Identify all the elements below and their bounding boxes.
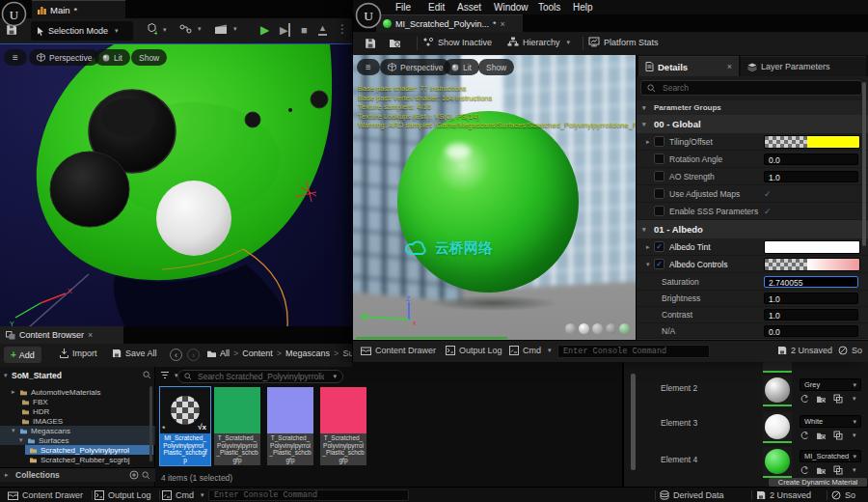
console-command-input[interactable]: [557, 345, 710, 358]
albedo-controls-swatch[interactable]: [764, 258, 860, 271]
tab-content-browser[interactable]: Content Browser ×: [0, 326, 123, 344]
tab-mi-scratched[interactable]: MI_Scratched_Polyvin... * ×: [376, 14, 523, 32]
row-albedo-tint[interactable]: ▸ ✓ Albedo Tint: [637, 238, 868, 256]
row-brightness[interactable]: Brightness 1.0: [637, 291, 868, 307]
chevron-down-icon[interactable]: ▾: [853, 466, 856, 474]
content-drawer-button[interactable]: Content Drawer: [361, 346, 436, 355]
add-actor-button[interactable]: + ▾: [145, 23, 167, 36]
row-tiling-offset[interactable]: ▸ Tiling/Offset: [637, 133, 868, 151]
browse-to-asset-icon[interactable]: [816, 395, 827, 404]
material-thumbnail-partial[interactable]: [763, 362, 792, 371]
filter-button[interactable]: ▾: [160, 371, 178, 379]
asset-search-input[interactable]: [196, 371, 326, 382]
output-log-button[interactable]: Output Log: [95, 490, 151, 500]
unreal-logo-icon[interactable]: U: [1, 1, 27, 27]
saturation-input[interactable]: 2.740055: [764, 276, 858, 288]
parameter-checkbox[interactable]: [654, 153, 665, 164]
stop-icon[interactable]: ■: [301, 23, 308, 37]
close-icon[interactable]: ×: [501, 19, 505, 29]
tab-main[interactable]: Main *: [32, 0, 125, 18]
tree-item-images[interactable]: IMAGES: [21, 416, 63, 426]
eject-icon[interactable]: ▲: [318, 22, 327, 36]
row-na[interactable]: N/A 0.0: [637, 323, 868, 339]
breadcrumb-content[interactable]: Content: [242, 349, 273, 358]
use-selected-icon[interactable]: [800, 394, 809, 404]
use-selected-icon[interactable]: [800, 431, 809, 440]
show-button[interactable]: Show: [478, 59, 514, 75]
lit-button[interactable]: Lit: [95, 49, 130, 66]
details-scrollbar[interactable]: [862, 82, 866, 246]
parameter-checkbox[interactable]: [654, 171, 665, 181]
na-input[interactable]: 0.0: [764, 325, 858, 337]
close-icon[interactable]: ×: [88, 330, 93, 340]
asset-search-bar[interactable]: ▾: [177, 370, 343, 383]
breadcrumb-all[interactable]: All: [220, 349, 230, 358]
tree-item-scratched-polyvinylpyrrol[interactable]: Scratched_Polyvinylpyrrol: [25, 445, 153, 455]
cmd-dropdown[interactable]: Cmd ▾: [509, 346, 552, 355]
asset-tile-texture-green[interactable]: T_Scratched_Polyvinylpyrrol_Plastic_schc…: [214, 387, 260, 465]
menu-tools[interactable]: Tools: [538, 2, 560, 13]
platform-stats-button[interactable]: Platform Stats: [588, 37, 659, 47]
row-rotation-angle[interactable]: Rotation Angle 0.0: [637, 151, 868, 168]
breadcrumb-megascans[interactable]: Megascans: [285, 349, 330, 358]
browse-to-asset-icon[interactable]: [389, 38, 401, 48]
tree-scrollbar[interactable]: [149, 386, 152, 461]
tree-item-automotivematerials[interactable]: ▸ AutomotiveMaterials: [12, 387, 100, 397]
source-control-button[interactable]: So: [838, 346, 862, 355]
menu-help[interactable]: Help: [573, 2, 593, 13]
element-2-material-dropdown[interactable]: Grey ▾: [800, 378, 861, 391]
contrast-input[interactable]: 1.0: [764, 309, 858, 321]
tree-item-surfaces[interactable]: ▾ Surfaces: [0, 435, 155, 445]
search-icon[interactable]: [143, 371, 151, 379]
close-icon[interactable]: ×: [727, 62, 732, 71]
selection-mode-dropdown[interactable]: Selection Mode ▾: [31, 21, 133, 41]
asset-tile-material-instance[interactable]: √x * MI_Scratched_Polyvinylpyrrol_Plasti…: [160, 387, 210, 465]
row-saturation[interactable]: Saturation 2.740055: [637, 273, 868, 291]
copy-paste-icon[interactable]: [833, 465, 843, 475]
source-control-button[interactable]: So: [831, 490, 855, 500]
parameter-checkbox[interactable]: [654, 206, 665, 216]
use-selected-icon[interactable]: [800, 465, 809, 475]
hierarchy-button[interactable]: Hierarchy ▾: [507, 37, 570, 47]
row-use-adjusted-maps[interactable]: Use Adjusted Maps ✓: [637, 185, 868, 203]
row-enable-sss[interactable]: Enable SSS Parameters ✓: [637, 203, 868, 220]
save-icon[interactable]: [365, 38, 376, 49]
cmd-dropdown[interactable]: Cmd ▾: [162, 490, 204, 500]
element-2-thumbnail[interactable]: [763, 376, 792, 404]
asset-tile-texture-purple[interactable]: T_Scratched_Polyvinylpyrrol_Plastic_schc…: [267, 387, 313, 465]
derived-data-button[interactable]: Derived Data: [660, 490, 724, 500]
element-3-thumbnail[interactable]: [763, 412, 792, 441]
panel-scrollbar[interactable]: [631, 374, 636, 470]
tree-item-fbx[interactable]: FBX: [21, 397, 48, 406]
blueprints-button[interactable]: ▾: [179, 23, 202, 35]
element-3-material-dropdown[interactable]: White ▾: [800, 415, 861, 428]
sphere-shape-button[interactable]: [579, 323, 589, 334]
nav-back-button[interactable]: ‹: [170, 349, 182, 361]
material-preview-viewport[interactable]: Base pass shader: 77 instructions Base p…: [353, 55, 636, 340]
create-dynamic-material-button[interactable]: Create Dynamic Material: [769, 478, 867, 487]
tree-item-scratched-rubber[interactable]: Scratched_Rubber_scgrbj: [29, 455, 130, 464]
content-drawer-button[interactable]: Content Drawer: [8, 490, 83, 500]
add-button[interactable]: + Add: [4, 347, 41, 363]
unsaved-indicator[interactable]: 2 Unsaved: [756, 490, 811, 500]
import-button[interactable]: Import: [60, 349, 97, 358]
perspective-button[interactable]: Perspective: [29, 49, 99, 66]
group-00-global[interactable]: ▾ 00 - Global: [637, 115, 868, 133]
row-ao-strength[interactable]: AO Strength 1.0: [637, 168, 868, 185]
chevron-down-icon[interactable]: ▾: [853, 432, 856, 439]
copy-paste-icon[interactable]: [833, 431, 843, 440]
tree-item-hdr[interactable]: HDR: [21, 406, 49, 416]
folder-tree-icon[interactable]: [206, 349, 217, 358]
show-inactive-button[interactable]: Show Inactive: [422, 37, 492, 47]
row-albedo-controls[interactable]: ▾ ✓ Albedo Controls: [637, 256, 868, 273]
cinematics-button[interactable]: ▾: [214, 23, 237, 35]
viewport-menu-burger[interactable]: ≡: [4, 49, 27, 66]
collections-row[interactable]: ▸ Collections: [0, 467, 155, 482]
level-viewport[interactable]: X Y ≡ Perspective Lit Show: [0, 43, 352, 327]
parameter-checkbox[interactable]: ✓: [654, 259, 665, 269]
play-icon[interactable]: ▶: [260, 23, 269, 37]
details-search-bar[interactable]: [640, 80, 862, 96]
search-icon[interactable]: [142, 471, 150, 480]
details-search-input[interactable]: [661, 82, 855, 94]
menu-asset[interactable]: Asset: [457, 2, 481, 13]
